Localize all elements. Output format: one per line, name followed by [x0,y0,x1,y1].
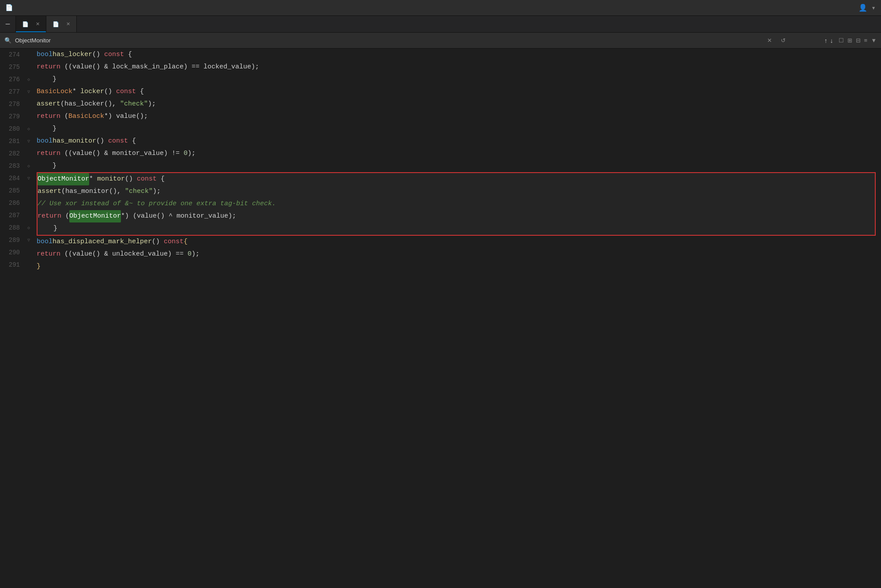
search-bar: 🔍 ✕ ↺ ↑ ↓ ☐ ⊞ ⊟ ≡ ▼ [0,33,881,49]
code-line-280: } [37,123,876,135]
line-number-282: 282 [0,147,24,160]
search-input[interactable] [15,37,103,44]
tab-bar: — 📄 ✕ 📄 ✕ [0,16,881,33]
code-line-276: } [37,73,876,86]
search-controls: ✕ ↺ ↑ ↓ ☐ ⊞ ⊟ ≡ ▼ [765,36,877,45]
fold-indicator-274 [24,49,33,61]
code-line-291: } [37,260,876,273]
fold-indicator-276[interactable]: ◇ [24,73,33,86]
fold-indicator-279 [24,110,33,123]
line-number-285: 285 [0,185,24,197]
line-number-278: 278 [0,98,24,110]
code-line-279: return (BasicLock*) value(); [37,110,876,123]
fold-indicator-285 [24,185,33,197]
tab-file-icon-objectmonitor: 📄 [53,21,59,27]
title-bar: 📄 👤 ▾ [0,0,881,16]
prev-result-button[interactable]: ↑ [825,37,828,44]
line-number-277: 277 [0,86,24,98]
line-number-281: 281 [0,135,24,147]
line-number-286: 286 [0,197,24,209]
fold-indicator-278 [24,98,33,110]
whole-word-button[interactable] [802,40,805,41]
line-number-288: 288 [0,222,24,234]
fold-indicator-284[interactable]: ▽ [24,172,33,185]
scrollbar[interactable] [876,49,881,588]
line-number-283: 283 [0,160,24,172]
code-line-289: bool has_displaced_mark_helper() const { [37,236,876,248]
fold-indicator-291 [24,259,33,271]
code-line-283: } [37,160,876,172]
code-line-284: ObjectMonitor* monitor() const { [38,173,875,185]
file-icon: 📄 [5,4,13,11]
code-line-282: return ((value() & monitor_value) != 0); [37,147,876,160]
code-area[interactable]: bool has_locker() const { return ((value… [33,49,876,588]
search-nav: ↑ ↓ [825,37,833,44]
case-sensitive-button[interactable] [793,40,796,41]
filter-button[interactable]: ▼ [871,37,877,44]
fold-indicator-277[interactable]: ▽ [24,86,33,98]
fold-indicator-281[interactable]: ▽ [24,135,33,147]
tab-objectmonitor[interactable]: 📄 ✕ [46,16,77,32]
title-bar-user-icon[interactable]: 👤 ▾ [858,4,876,12]
fold-indicator-289[interactable]: ▽ [24,234,33,246]
line-number-291: 291 [0,259,24,271]
fold-indicator-287 [24,209,33,222]
code-line-288: } [38,222,875,235]
fold-indicator-286 [24,197,33,209]
match-case-toggle[interactable]: ⊟ [856,37,861,44]
history-button[interactable]: ↺ [779,36,787,45]
line-number-284: 284 [0,172,24,185]
fold-indicator-288[interactable]: ◇ [24,222,33,234]
search-icon: 🔍 [4,37,11,44]
line-number-289: 289 [0,234,24,246]
code-line-286: // Use xor instead of &~ to provide one … [38,198,875,210]
line-number-276: 276 [0,73,24,86]
line-number-275: 275 [0,61,24,73]
title-bar-left: 📄 [5,4,16,11]
line-number-274: 274 [0,49,24,61]
fold-indicator-282 [24,147,33,160]
fold-column: ◇▽◇▽◇▽◇▽ [24,49,33,588]
toggle-selection-button[interactable]: ☐ [839,37,844,44]
preserve-case-button[interactable]: ≡ [864,37,868,44]
code-line-275: return ((value() & lock_mask_in_place) =… [37,61,876,73]
code-line-278: assert(has_locker(), "check"); [37,98,876,110]
tab-file-icon-markoop: 📄 [22,21,29,27]
code-line-274: bool has_locker() const { [37,49,876,61]
line-number-290: 290 [0,246,24,259]
highlighted-code-block: ObjectMonitor* monitor() const { assert(… [37,172,876,236]
line-number-280: 280 [0,123,24,135]
next-result-button[interactable]: ↓ [830,37,833,44]
code-line-285: assert(has_monitor(), "check"); [38,185,875,198]
search-tools: ☐ ⊞ ⊟ ≡ ▼ [839,37,877,44]
tab-close-objectmonitor[interactable]: ✕ [66,21,70,27]
tab-toggle-button[interactable]: — [0,16,16,32]
fold-indicator-280[interactable]: ◇ [24,123,33,135]
tab-close-markoop[interactable]: ✕ [36,21,40,27]
fold-indicator-290 [24,246,33,259]
code-line-290: return ((value() & unlocked_value) == 0)… [37,248,876,260]
editor: 2742752762772782792802812822832842852862… [0,49,881,588]
line-number-279: 279 [0,110,24,123]
add-cursor-button[interactable]: ⊞ [847,37,852,44]
code-line-287: return (ObjectMonitor*) (value() ^ monit… [38,210,875,222]
code-line-281: bool has_monitor() const { [37,135,876,147]
line-gutter: 2742752762772782792802812822832842852862… [0,49,24,588]
tab-markoop[interactable]: 📄 ✕ [16,16,46,32]
regex-button[interactable] [810,40,814,41]
code-line-277: BasicLock* locker() const { [37,86,876,98]
fold-indicator-283[interactable]: ◇ [24,160,33,172]
fold-indicator-275 [24,61,33,73]
line-number-287: 287 [0,209,24,222]
close-search-button[interactable]: ✕ [765,36,774,45]
